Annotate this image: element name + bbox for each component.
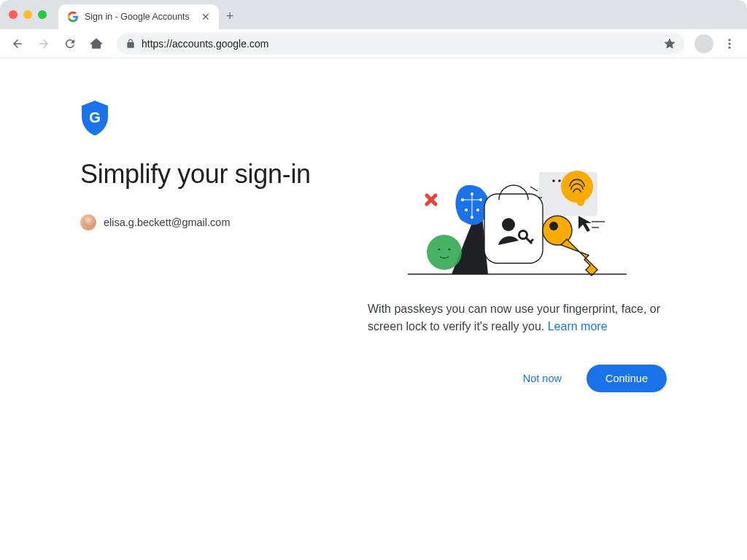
address-bar[interactable]: https://accounts.google.com (117, 33, 684, 55)
description-text: With passkeys you can now use your finge… (368, 300, 667, 335)
reload-icon (63, 37, 77, 50)
arrow-right-icon (37, 37, 50, 50)
not-now-button[interactable]: Not now (516, 367, 569, 390)
browser-tab[interactable]: Sign in - Google Accounts ✕ (58, 4, 219, 29)
svg-point-0 (729, 39, 731, 41)
lock-icon (125, 39, 136, 49)
tab-title: Sign in - Google Accounts (85, 12, 196, 22)
svg-point-28 (561, 171, 593, 203)
learn-more-link[interactable]: Learn more (548, 320, 608, 332)
home-icon (90, 37, 103, 50)
browser-chrome: Sign in - Google Accounts ✕ + https://ac… (0, 0, 747, 58)
window-close-button[interactable] (9, 10, 18, 19)
account-indicator: elisa.g.beckett@gmail.com (80, 214, 368, 230)
right-column: With passkeys you can now use your finge… (368, 101, 667, 392)
page-content: G Simplify your sign-in elisa.g.beckett@… (0, 58, 747, 392)
window-maximize-button[interactable] (38, 10, 47, 19)
nav-reload-button[interactable] (60, 34, 80, 54)
window-controls (9, 10, 47, 19)
new-tab-button[interactable]: + (226, 9, 234, 24)
google-shield-icon: G (80, 101, 109, 136)
svg-point-2 (729, 46, 731, 48)
continue-button[interactable]: Continue (587, 365, 667, 392)
svg-line-7 (530, 187, 538, 191)
window-minimize-button[interactable] (23, 10, 32, 19)
browser-titlebar: Sign in - Google Accounts ✕ + (0, 0, 747, 29)
kebab-menu-icon (723, 37, 736, 50)
tab-close-icon[interactable]: ✕ (201, 11, 210, 23)
svg-point-12 (448, 248, 450, 250)
svg-point-10 (427, 235, 462, 270)
passkey-illustration (408, 165, 627, 281)
svg-point-19 (476, 209, 479, 211)
arrow-left-icon (11, 37, 24, 50)
svg-point-24 (502, 218, 515, 231)
nav-home-button[interactable] (86, 34, 107, 54)
profile-avatar-button[interactable] (694, 34, 713, 53)
account-email: elisa.g.beckett@gmail.com (104, 217, 230, 228)
bookmark-star-icon[interactable] (664, 38, 676, 50)
svg-point-5 (552, 179, 555, 182)
svg-point-1 (729, 42, 731, 44)
page-title: Simplify your sign-in (80, 159, 368, 190)
user-avatar (80, 214, 96, 230)
nav-forward-button[interactable] (34, 34, 54, 54)
svg-text:G: G (89, 109, 101, 125)
browser-menu-button[interactable] (719, 34, 740, 54)
nav-back-button[interactable] (7, 34, 28, 54)
left-column: G Simplify your sign-in elisa.g.beckett@… (80, 101, 368, 392)
google-favicon (67, 11, 79, 23)
action-row: Not now Continue (368, 365, 667, 392)
browser-toolbar: https://accounts.google.com (0, 29, 747, 58)
url-text: https://accounts.google.com (142, 38, 658, 50)
description-body: With passkeys you can now use your finge… (368, 303, 660, 332)
svg-point-6 (558, 179, 561, 182)
svg-point-18 (465, 209, 468, 211)
svg-point-11 (438, 248, 440, 250)
svg-point-30 (549, 222, 558, 230)
